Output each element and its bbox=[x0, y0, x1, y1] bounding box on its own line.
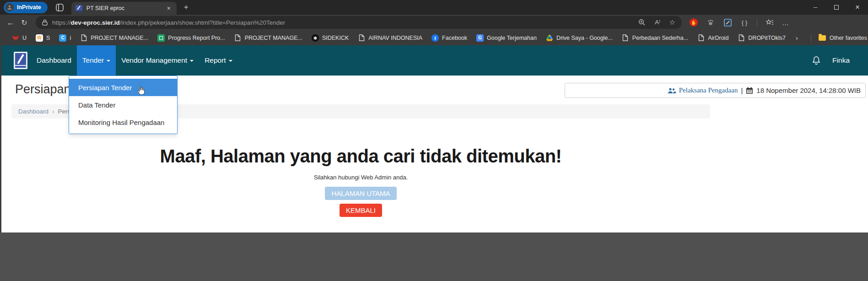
bookmark-favicon bbox=[12, 35, 19, 41]
add-favorite-icon[interactable]: ☆ bbox=[669, 18, 675, 27]
tab-workspaces-icon[interactable] bbox=[55, 2, 65, 12]
maximize-icon bbox=[834, 5, 839, 10]
bookmark-favicon: C bbox=[59, 34, 66, 42]
menu-item-persiapan-tender[interactable]: Persiapan Tender bbox=[69, 79, 177, 96]
lock-icon bbox=[42, 19, 48, 26]
url-text: https://dev-eproc.sier.id/index.php/peke… bbox=[52, 19, 638, 26]
home-page-button[interactable]: HALAMAN UTAMA bbox=[325, 187, 396, 200]
users-icon bbox=[668, 87, 676, 94]
nav-item-vendor-management[interactable]: Vendor Management bbox=[116, 45, 199, 76]
read-aloud-icon[interactable]: A) bbox=[655, 19, 660, 26]
meta-separator: | bbox=[741, 86, 743, 94]
bookmark-item[interactable]: PROJECT MANAGE... bbox=[230, 32, 307, 44]
meta-panel: Pelaksana Pengadaan | 18 Nopember 2024, … bbox=[565, 83, 866, 98]
toolbar-divider bbox=[757, 19, 757, 26]
sheets-favicon bbox=[157, 34, 165, 42]
back-button-page[interactable]: KEMBALI bbox=[340, 204, 382, 217]
adblock-hand-extension-icon[interactable]: ✋ bbox=[689, 18, 698, 27]
close-window-button[interactable]: × bbox=[847, 0, 868, 15]
paw-extension-icon[interactable] bbox=[706, 18, 715, 27]
inprivate-label: InPrivate bbox=[17, 4, 41, 11]
inprivate-badge[interactable]: InPrivate bbox=[4, 2, 48, 13]
bookmark-item[interactable]: PROJECT MANAGE... bbox=[75, 32, 153, 44]
calendar-icon bbox=[746, 87, 753, 94]
nav-item-tender[interactable]: Tender bbox=[77, 45, 116, 76]
window-left-edge bbox=[0, 45, 1, 232]
nav-menu: Dashboard Tender Vendor Management Repor… bbox=[31, 45, 238, 76]
bookmark-item[interactable]: G Google Terjemahan bbox=[472, 32, 541, 44]
page-favicon bbox=[80, 34, 87, 42]
menu-item-monitoring-hasil-pengadaan[interactable]: Monitoring Hasil Pengadaan bbox=[69, 113, 177, 131]
braces-extension-icon[interactable]: { } bbox=[740, 18, 749, 27]
maximize-button[interactable] bbox=[826, 0, 847, 15]
web-capture-icon[interactable] bbox=[723, 18, 732, 27]
tender-dropdown-menu: Persiapan Tender Data Tender Monitoring … bbox=[69, 76, 178, 134]
hand-cursor-icon bbox=[136, 85, 145, 95]
settings-more-icon[interactable]: … bbox=[782, 19, 789, 27]
bookmark-item[interactable]: ∗ SIDEKICK bbox=[307, 32, 353, 44]
bookmark-item[interactable]: C i bbox=[54, 32, 75, 44]
chevron-down-icon bbox=[190, 60, 194, 62]
page-favicon bbox=[234, 34, 242, 42]
tab-title: PT SIER eproc bbox=[86, 5, 165, 11]
error-subtext: Silahkan hubungi Web Admin anda. bbox=[11, 174, 710, 181]
chevron-down-icon bbox=[229, 60, 232, 62]
bookmark-item[interactable]: Drive Saya - Google... bbox=[541, 32, 617, 44]
bookmark-item[interactable]: Perbedaan Sederha... bbox=[617, 32, 693, 44]
bookmark-item[interactable]: AIRNAV INDONESIA bbox=[353, 32, 427, 44]
user-name[interactable]: Finka bbox=[832, 56, 850, 65]
page-favicon bbox=[622, 34, 629, 42]
bookmarks-overflow-chevron[interactable]: › bbox=[793, 34, 801, 42]
error-heading: Maaf, Halaman yang anda cari tidak ditem… bbox=[11, 146, 710, 167]
breadcrumb-separator: › bbox=[52, 108, 54, 115]
bookmark-item[interactable]: DROPitTOkls7 bbox=[733, 32, 790, 44]
role-link[interactable]: Pelaksana Pengadaan bbox=[679, 86, 738, 94]
sier-logo[interactable] bbox=[14, 52, 27, 69]
bookmark-item[interactable]: Progress Report Pro... bbox=[153, 32, 229, 44]
back-button[interactable]: ← bbox=[4, 18, 17, 27]
refresh-button[interactable]: ↻ bbox=[17, 18, 31, 27]
facebook-favicon: f bbox=[431, 34, 439, 42]
datetime-text: 18 Nopember 2024, 14:28:00 WIB bbox=[756, 86, 861, 94]
page-favicon bbox=[738, 34, 745, 42]
site-navbar: Dashboard Tender Vendor Management Repor… bbox=[0, 45, 868, 76]
bell-icon[interactable] bbox=[812, 56, 820, 65]
bookmarks-divider bbox=[811, 34, 811, 42]
drive-favicon bbox=[546, 34, 553, 42]
page-favicon bbox=[697, 34, 705, 42]
nav-item-dashboard[interactable]: Dashboard bbox=[31, 45, 77, 76]
browser-titlebar: InPrivate PT SIER eproc × + ─ × bbox=[0, 0, 868, 15]
profile-avatar-icon bbox=[5, 3, 14, 11]
minimize-button[interactable]: ─ bbox=[805, 0, 826, 15]
new-tab-button[interactable]: + bbox=[181, 3, 191, 12]
browser-toolbar: ← ↻ https://dev-eproc.sier.id/index.php/… bbox=[0, 15, 868, 30]
other-favorites-label: Other favorites bbox=[830, 35, 867, 41]
bookmarks-bar: U W S C i PROJECT MANAGE... Progress Rep… bbox=[0, 30, 868, 45]
window-controls: ─ × bbox=[805, 0, 868, 15]
breadcrumb-home-link[interactable]: Dashboard bbox=[18, 108, 49, 115]
chevron-down-icon bbox=[107, 60, 110, 62]
other-favorites-button[interactable]: Other favorites bbox=[807, 34, 868, 42]
tab-close-icon[interactable]: × bbox=[165, 5, 173, 12]
bookmark-favicon: ∗ bbox=[312, 34, 319, 42]
navbar-right: Finka bbox=[812, 45, 868, 76]
nav-item-report[interactable]: Report bbox=[199, 45, 238, 76]
zoom-icon[interactable] bbox=[638, 19, 646, 26]
extensions-area: ✋ { } … bbox=[689, 18, 789, 27]
bookmark-item[interactable]: AirDroid bbox=[693, 32, 733, 44]
bookmark-favicon: W bbox=[36, 34, 43, 42]
bookmark-item[interactable]: W S bbox=[31, 32, 54, 44]
bookmark-item[interactable]: U bbox=[7, 32, 31, 44]
translate-favicon: G bbox=[476, 34, 484, 42]
bookmark-item[interactable]: f Facebook bbox=[427, 32, 472, 44]
folder-icon bbox=[819, 35, 826, 41]
menu-item-data-tender[interactable]: Data Tender bbox=[69, 96, 177, 113]
address-bar[interactable]: https://dev-eproc.sier.id/index.php/peke… bbox=[36, 16, 682, 29]
browser-tab[interactable]: PT SIER eproc × bbox=[71, 2, 177, 15]
page-favicon bbox=[358, 34, 365, 42]
favorites-list-icon[interactable] bbox=[765, 18, 774, 27]
site-favicon bbox=[75, 5, 83, 12]
